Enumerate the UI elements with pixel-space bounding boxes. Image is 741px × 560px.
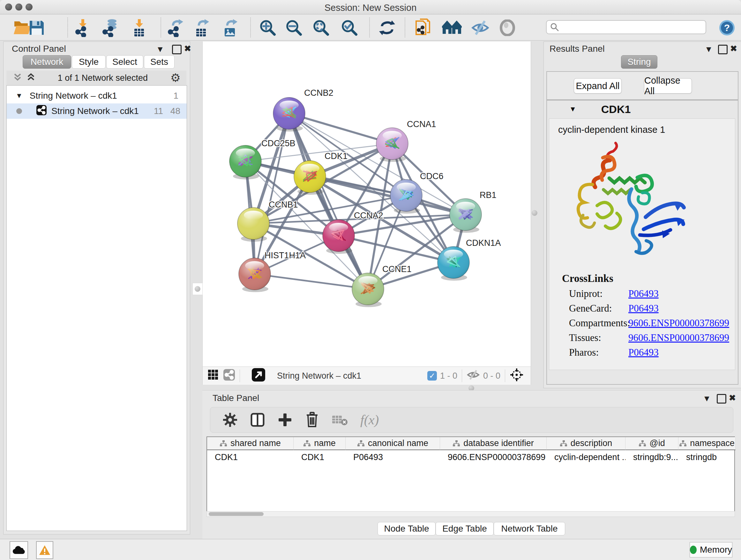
tab-sets[interactable]: Sets [144, 55, 175, 69]
help-icon[interactable]: ? [717, 18, 737, 37]
export-table-icon[interactable] [192, 18, 212, 37]
collapse-protein-icon[interactable]: ▼ [569, 105, 576, 113]
show-columns-icon[interactable] [250, 412, 265, 428]
open-in-browser-icon[interactable] [252, 368, 266, 384]
selected-checkbox-icon[interactable]: ✓ [427, 371, 437, 381]
expand-all-button[interactable]: Expand All [574, 78, 622, 94]
collapse-panel-icon[interactable]: ▼ [156, 44, 164, 54]
node-hist1h1a[interactable]: HIST1H1A [239, 251, 306, 292]
refresh-icon[interactable] [377, 18, 397, 37]
protein-description: cyclin-dependent kinase 1 [558, 125, 665, 135]
search-input[interactable] [546, 20, 706, 34]
toolbar-divider [462, 369, 462, 382]
table-cell[interactable]: P06493 [346, 451, 440, 463]
tab-node-table[interactable]: Node Table [378, 522, 435, 536]
crosslink-value-link[interactable]: P06493 [628, 303, 659, 314]
column-header-shared-name[interactable]: shared name [207, 437, 293, 450]
column-header--id[interactable]: @id [625, 437, 678, 450]
memory-button[interactable]: Memory [690, 542, 732, 557]
warning-button[interactable] [36, 541, 53, 559]
show-eye-icon[interactable] [497, 18, 518, 37]
zoom-selected-icon[interactable] [339, 18, 360, 37]
float-panel-icon[interactable] [717, 394, 726, 403]
zoom-in-icon[interactable] [258, 18, 278, 37]
collapse-panel-icon[interactable]: ▼ [704, 44, 713, 54]
column-header-canonical-name[interactable]: canonical name [346, 437, 440, 450]
crosslink-value-link[interactable]: P06493 [628, 347, 659, 358]
delete-column-trash-icon[interactable] [305, 412, 320, 428]
table-settings-gear-icon[interactable] [222, 412, 238, 428]
network-collection-row[interactable]: ▼ String Network – cdk1 1 [7, 88, 187, 104]
gear-icon[interactable]: ⚙ [171, 71, 181, 84]
collapse-panel-icon[interactable]: ▼ [703, 394, 711, 403]
add-column-icon[interactable] [277, 412, 293, 428]
column-header-name[interactable]: name [293, 437, 346, 450]
node-ccnb2[interactable]: CCNB2 [273, 88, 333, 132]
collapse-all-button[interactable]: Collapse All [644, 78, 692, 94]
node-ccne1[interactable]: CCNE1 [352, 264, 412, 307]
table-cell[interactable]: cyclin-dependent ... [547, 451, 625, 463]
close-panel-icon[interactable]: ✖ [730, 44, 737, 54]
tab-string[interactable]: String [621, 55, 657, 69]
export-image-icon[interactable] [220, 18, 240, 37]
tab-edge-table[interactable]: Edge Table [435, 522, 494, 536]
table-panel-title: Table Panel [212, 393, 259, 403]
crosslink-value-link[interactable]: P06493 [628, 288, 659, 300]
string-document-icon[interactable] [413, 18, 434, 37]
protein-name: CDK1 [601, 103, 631, 116]
homes-icon[interactable] [442, 18, 462, 37]
protein-header[interactable]: ▼ CDK1 [547, 101, 738, 118]
birds-eye-view-icon[interactable] [208, 369, 219, 382]
network-graph[interactable]: CCNB2CCNA1CDC25BCDK1CDC6RB1CCNB1CCNA2CDK… [203, 42, 531, 367]
import-network-database-icon[interactable] [99, 18, 120, 37]
tab-select[interactable]: Select [106, 55, 143, 69]
node-ccnb1[interactable]: CCNB1 [238, 200, 298, 242]
hide-eye-icon[interactable] [470, 18, 490, 37]
fit-selected-crosshair-icon[interactable] [510, 368, 524, 384]
hidden-eye-icon[interactable] [467, 370, 480, 382]
table-cell[interactable]: stringdb:9... [625, 451, 678, 463]
vertical-splitter-handle[interactable] [532, 210, 537, 216]
column-header-database-identifier[interactable]: database identifier [440, 437, 547, 450]
network-canvas[interactable]: CCNB2CCNA1CDC25BCDK1CDC6RB1CCNB1CCNA2CDK… [202, 42, 531, 367]
table-cell[interactable]: stringdb [678, 451, 736, 463]
column-header-description[interactable]: description [547, 437, 625, 450]
column-header-namespace[interactable]: namespace [678, 437, 736, 450]
tree-expand-icon[interactable]: ▼ [16, 91, 23, 100]
cloud-button[interactable] [10, 541, 28, 559]
crosslink-value-link[interactable]: 9606.ENSP00000378699 [628, 332, 729, 344]
table-cell[interactable]: CDK1 [207, 451, 293, 463]
string-view-icon[interactable] [223, 369, 235, 383]
import-network-file-icon[interactable] [72, 18, 93, 37]
node-cdkn1a[interactable]: CDKN1A [437, 238, 501, 281]
network-row-selected[interactable]: String Network – cdk1 11 48 [7, 104, 187, 119]
delete-table-icon[interactable] [332, 413, 348, 427]
table-cell[interactable]: 9606.ENSP00000378699 [440, 451, 547, 463]
crosslink-label: Compartments: [569, 317, 630, 328]
table-cell[interactable]: CDK1 [293, 451, 346, 463]
float-panel-icon[interactable] [172, 45, 182, 54]
float-panel-icon[interactable] [718, 45, 728, 54]
export-network-icon[interactable] [165, 18, 186, 37]
node-table[interactable]: shared nameCDK1nameCDK1canonical nameP06… [206, 436, 735, 517]
crosslink-value-link[interactable]: 9606.ENSP00000378699 [628, 317, 729, 329]
expand-all-icon[interactable] [27, 73, 35, 83]
zoom-out-icon[interactable] [284, 18, 304, 37]
tab-style[interactable]: Style [72, 55, 106, 69]
node-label-hist1h1a: HIST1H1A [265, 251, 306, 260]
close-panel-icon[interactable]: ✖ [184, 44, 191, 54]
save-session-icon[interactable] [26, 18, 47, 37]
close-panel-icon[interactable]: ✖ [729, 393, 736, 403]
tab-network-table[interactable]: Network Table [494, 522, 565, 536]
vertical-splitter-handle[interactable] [192, 283, 203, 295]
cloud-icon [12, 546, 25, 555]
import-table-file-icon[interactable] [129, 18, 149, 37]
scrollbar-thumb[interactable] [209, 512, 264, 516]
node-ccna1[interactable]: CCNA1 [376, 119, 436, 162]
zoom-fit-icon[interactable] [311, 18, 331, 37]
tab-network[interactable]: Network [23, 55, 71, 69]
node-rb1[interactable]: RB1 [450, 190, 496, 233]
function-builder-icon[interactable]: f(x) [360, 412, 379, 428]
table-horizontal-scrollbar[interactable] [206, 511, 735, 517]
collapse-all-icon[interactable] [13, 73, 22, 83]
